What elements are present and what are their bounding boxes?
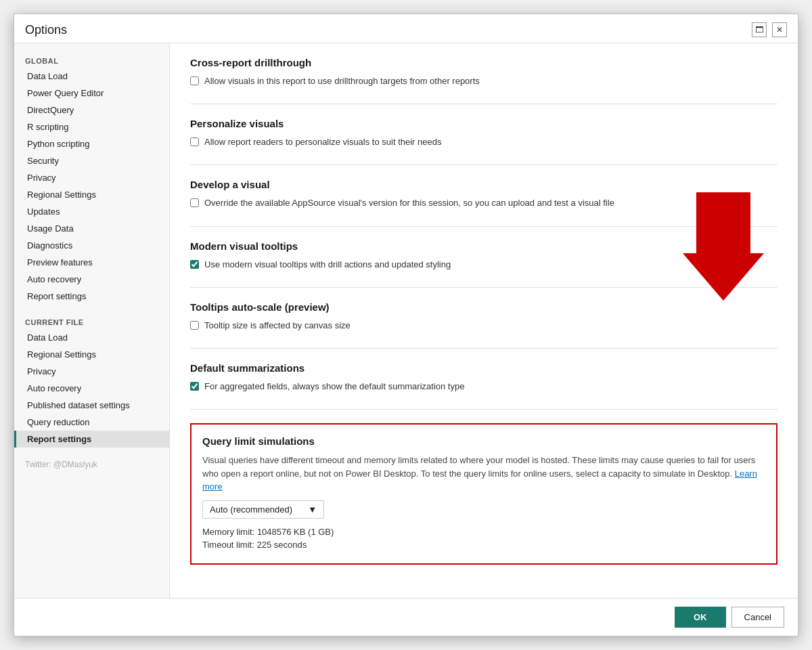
main-content: Cross-report drillthrough Allow visuals … bbox=[170, 43, 798, 598]
cross-report-checkbox[interactable] bbox=[190, 77, 199, 85]
personalize-visuals-row: Allow report readers to personalize visu… bbox=[190, 136, 777, 148]
sidebar-item-auto-recovery[interactable]: Auto recovery bbox=[14, 271, 169, 288]
memory-limit-text: Memory limit: 1048576 KB (1 GB) bbox=[202, 527, 765, 537]
modern-tooltips-checkbox[interactable] bbox=[190, 260, 199, 269]
sidebar-item-security[interactable]: Security bbox=[14, 152, 169, 169]
sidebar-item-cf-auto-recovery[interactable]: Auto recovery bbox=[14, 380, 169, 397]
default-summarizations-label: For aggregated fields, always show the d… bbox=[204, 381, 464, 393]
cancel-button[interactable]: Cancel bbox=[731, 607, 784, 628]
personalize-visuals-checkbox[interactable] bbox=[190, 137, 199, 146]
dialog-footer: OK Cancel bbox=[14, 598, 798, 636]
cross-report-title: Cross-report drillthrough bbox=[190, 57, 777, 68]
ok-button[interactable]: OK bbox=[675, 607, 726, 628]
personalize-visuals-label: Allow report readers to personalize visu… bbox=[204, 136, 441, 148]
cross-report-row: Allow visuals in this report to use dril… bbox=[190, 75, 777, 87]
sidebar-item-cf-data-load[interactable]: Data Load bbox=[14, 329, 169, 346]
sidebar-item-cf-regional-settings[interactable]: Regional Settings bbox=[14, 346, 169, 363]
options-dialog: Options 🗖 ✕ GLOBAL Data Load Power Query… bbox=[14, 14, 798, 636]
default-summarizations-row: For aggregated fields, always show the d… bbox=[190, 381, 777, 393]
query-limit-section: Query limit simulations Visual queries h… bbox=[190, 423, 777, 565]
sidebar-item-report-settings-global[interactable]: Report settings bbox=[14, 288, 169, 305]
develop-visual-title: Develop a visual bbox=[190, 179, 777, 190]
divider-6 bbox=[190, 409, 777, 410]
current-file-section-label: CURRENT FILE bbox=[14, 313, 169, 329]
sidebar-item-privacy[interactable]: Privacy bbox=[14, 169, 169, 186]
default-summarizations-title: Default summarizations bbox=[190, 362, 777, 374]
divider-1 bbox=[190, 104, 777, 104]
capacity-dropdown[interactable]: Auto (recommended) ▼ bbox=[202, 500, 324, 519]
minimize-button[interactable]: 🗖 bbox=[752, 22, 767, 37]
sidebar-item-directquery[interactable]: DirectQuery bbox=[14, 102, 169, 118]
modern-tooltips-label: Use modern visual tooltips with drill ac… bbox=[204, 259, 451, 271]
develop-visual-row: Override the available AppSource visual'… bbox=[190, 197, 777, 209]
default-summarizations-section: Default summarizations For aggregated fi… bbox=[190, 362, 777, 393]
modern-tooltips-row: Use modern visual tooltips with drill ac… bbox=[190, 259, 777, 271]
close-button[interactable]: ✕ bbox=[772, 22, 787, 37]
learn-more-link[interactable]: Learn more bbox=[202, 469, 757, 492]
global-section-label: GLOBAL bbox=[14, 51, 169, 68]
sidebar-item-usage-data[interactable]: Usage Data bbox=[14, 220, 169, 237]
sidebar-item-r-scripting[interactable]: R scripting bbox=[14, 118, 169, 135]
sidebar-item-diagnostics[interactable]: Diagnostics bbox=[14, 237, 169, 254]
sidebar: GLOBAL Data Load Power Query Editor Dire… bbox=[14, 43, 170, 598]
sidebar-item-preview-features[interactable]: Preview features bbox=[14, 254, 169, 271]
query-limit-title: Query limit simulations bbox=[202, 435, 765, 447]
tooltips-autoscale-checkbox[interactable] bbox=[190, 321, 199, 330]
develop-visual-section: Develop a visual Override the available … bbox=[190, 179, 777, 209]
tooltips-autoscale-label: Tooltip size is affected by canvas size bbox=[204, 320, 351, 332]
default-summarizations-checkbox[interactable] bbox=[190, 382, 199, 391]
sidebar-item-data-load[interactable]: Data Load bbox=[14, 68, 169, 85]
sidebar-item-python-scripting[interactable]: Python scripting bbox=[14, 135, 169, 152]
tooltips-autoscale-title: Tooltips auto-scale (preview) bbox=[190, 301, 777, 313]
divider-2 bbox=[190, 165, 777, 165]
sidebar-item-cf-privacy[interactable]: Privacy bbox=[14, 363, 169, 380]
query-limit-description: Visual queries have different timeout an… bbox=[202, 454, 765, 494]
develop-visual-checkbox[interactable] bbox=[190, 198, 199, 207]
twitter-label: Twitter: @DMaslyuk bbox=[14, 456, 169, 471]
sidebar-item-cf-published-dataset[interactable]: Published dataset settings bbox=[14, 397, 169, 414]
sidebar-item-updates[interactable]: Updates bbox=[14, 203, 169, 220]
divider-5 bbox=[190, 348, 777, 349]
personalize-visuals-title: Personalize visuals bbox=[190, 118, 777, 129]
cross-report-label: Allow visuals in this report to use dril… bbox=[204, 75, 480, 87]
timeout-limit-text: Timeout limit: 225 seconds bbox=[202, 540, 765, 550]
window-controls: 🗖 ✕ bbox=[752, 22, 787, 37]
dropdown-arrow-icon: ▼ bbox=[308, 504, 317, 515]
develop-visual-label: Override the available AppSource visual'… bbox=[204, 197, 614, 209]
title-bar: Options 🗖 ✕ bbox=[14, 14, 798, 43]
modern-tooltips-section: Modern visual tooltips Use modern visual… bbox=[190, 240, 777, 271]
divider-4 bbox=[190, 287, 777, 288]
sidebar-item-power-query-editor[interactable]: Power Query Editor bbox=[14, 85, 169, 102]
sidebar-item-cf-report-settings[interactable]: Report settings bbox=[14, 431, 169, 448]
capacity-dropdown-value: Auto (recommended) bbox=[210, 504, 292, 515]
personalize-visuals-section: Personalize visuals Allow report readers… bbox=[190, 118, 777, 148]
sidebar-item-regional-settings[interactable]: Regional Settings bbox=[14, 186, 169, 203]
sidebar-item-cf-query-reduction[interactable]: Query reduction bbox=[14, 414, 169, 431]
divider-3 bbox=[190, 226, 777, 227]
modern-tooltips-title: Modern visual tooltips bbox=[190, 240, 777, 252]
content-scroll-area[interactable]: Cross-report drillthrough Allow visuals … bbox=[170, 43, 798, 598]
tooltips-autoscale-row: Tooltip size is affected by canvas size bbox=[190, 320, 777, 332]
dialog-title: Options bbox=[25, 23, 67, 37]
dialog-body: GLOBAL Data Load Power Query Editor Dire… bbox=[14, 43, 798, 598]
tooltips-autoscale-section: Tooltips auto-scale (preview) Tooltip si… bbox=[190, 301, 777, 332]
cross-report-section: Cross-report drillthrough Allow visuals … bbox=[190, 57, 777, 87]
